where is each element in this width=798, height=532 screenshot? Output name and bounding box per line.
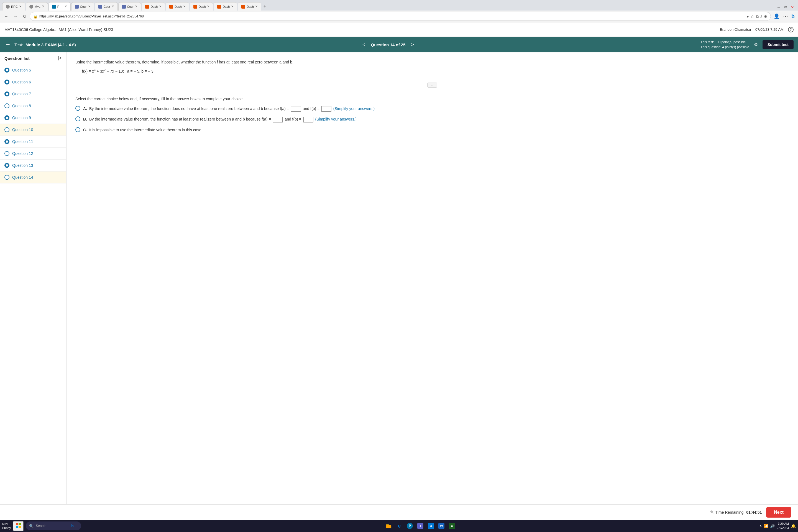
taskbar-pearson[interactable]: P [406,522,414,530]
notification-icon[interactable]: 🔔 [791,524,796,528]
choice-b-fa-input[interactable] [273,117,283,122]
choice-b-key: B. [83,117,87,121]
tab-pearson-active[interactable]: P ✕ [49,2,71,11]
next-button[interactable]: Next [766,507,791,518]
collapse-sidebar-button[interactable]: |< [58,56,62,61]
prev-question-button[interactable]: < [360,41,368,49]
tab-dash1[interactable]: Dash ✕ [141,2,165,11]
choice-a-radio[interactable] [75,106,80,111]
sidebar-item-q5[interactable]: Question 5 [0,64,66,76]
q12-radio [4,151,10,156]
taskbar-excel[interactable]: X [448,522,456,530]
choice-a-fa-input[interactable] [291,106,301,112]
choice-b-fb-input[interactable] [303,117,314,122]
taskbar-search-input[interactable] [36,524,69,528]
edge-icon[interactable]: b [790,12,796,21]
tab-close[interactable]: ✕ [159,5,162,8]
sidebar-item-q14[interactable]: Question 14 [0,172,66,184]
tab-favicon [75,5,79,8]
tab-dash2[interactable]: Dash ✕ [166,2,189,11]
sidebar-item-q7[interactable]: Question 7 [0,88,66,100]
address-bar-row: ← → ↻ 🔒 ▸ ☆ ⧉ ⤴ ⊕ 👤 ⋯ b [0,11,798,22]
divider2 [75,92,789,92]
svg-rect-3 [19,526,21,528]
sidebar-item-q8[interactable]: Question 8 [0,100,66,112]
network-icon[interactable]: 📶 [764,524,768,528]
taskbar-file-explorer[interactable] [385,522,393,530]
help-button[interactable]: ? [788,27,794,33]
volume-icon[interactable]: 🔊 [770,524,775,528]
taskbar-edge[interactable]: e [395,522,403,530]
q7-radio [4,92,10,96]
divider [75,78,789,78]
read-aloud-icon[interactable]: ▸ [747,14,749,19]
tab-close-active[interactable]: ✕ [64,5,67,8]
tab-myl[interactable]: MyL ✕ [26,2,48,11]
more-options-icon[interactable]: ⋯ [782,12,789,20]
sidebar-item-q6[interactable]: Question 6 [0,76,66,88]
forward-button[interactable]: → [12,13,19,20]
windows-start-button[interactable] [13,521,23,531]
tab-close[interactable]: ✕ [19,5,22,8]
taskbar: 60°F Sunny 🔍 b e P T [0,520,798,532]
expand-toggle-button[interactable]: ··· [427,82,437,88]
taskbar-word[interactable]: W [438,522,445,530]
settings-gear-button[interactable]: ⚙ [753,40,759,49]
sidebar-item-q13[interactable]: Question 13 [0,159,66,172]
hamburger-menu[interactable]: ☰ [4,40,11,49]
address-input[interactable] [39,14,745,18]
chevron-up-icon[interactable]: ∧ [759,524,762,528]
q11-label: Question 11 [12,139,33,144]
restore-button[interactable]: ⧉ [782,4,788,11]
taskbar-search[interactable]: 🔍 b [26,521,81,530]
q12-label: Question 12 [12,151,33,156]
tab-close[interactable]: ✕ [42,5,44,8]
sidebar-item-q11[interactable]: Question 11 [0,136,66,148]
clock-display[interactable]: 7:29 AM 7/9/2023 [777,522,789,530]
sidebar-item-q10[interactable]: Question 10 [0,124,66,136]
back-button[interactable]: ← [2,13,10,20]
choice-a-text-middle: and f(b) = [303,107,320,111]
tab-cour2[interactable]: Cour ✕ [95,2,118,11]
q13-label: Question 13 [12,163,33,168]
address-bar[interactable]: 🔒 ▸ ☆ ⧉ ⤴ ⊕ [30,12,771,21]
tab-close[interactable]: ✕ [255,5,258,8]
tab-label: RRC [11,5,18,8]
tab-close[interactable]: ✕ [207,5,209,8]
star-icon[interactable]: ☆ [750,14,754,19]
choice-c-radio[interactable] [75,127,80,132]
tab-dash4[interactable]: Dash ✕ [214,2,237,11]
tab-cour1[interactable]: Cour ✕ [71,2,94,11]
sidebar-item-q9[interactable]: Question 9 [0,112,66,124]
profile-icon[interactable]: 👤 [773,12,781,20]
tab-favicon [193,5,197,8]
submit-test-button[interactable]: Submit test [762,40,794,49]
tab-dash3[interactable]: Dash ✕ [190,2,213,11]
taskbar-teams[interactable]: T [416,522,424,530]
sidebar-item-q12[interactable]: Question 12 [0,148,66,159]
taskbar-outlook[interactable]: O [427,522,435,530]
tab-cour3[interactable]: Cour ✕ [118,2,141,11]
tab-close[interactable]: ✕ [112,5,114,8]
minimize-button[interactable]: ─ [776,4,782,11]
tab-close[interactable]: ✕ [231,5,233,8]
tab-dash5[interactable]: Dash ✕ [238,2,261,11]
refresh-button[interactable]: ↻ [21,13,28,20]
tab-close[interactable]: ✕ [88,5,91,8]
tab-close[interactable]: ✕ [135,5,137,8]
tab-rrc[interactable]: RRC ✕ [2,2,25,11]
tab-search-icon[interactable]: ⧉ [756,14,759,19]
tab-label: Dash [174,5,182,8]
taskbar-center-icons: e P T O W X [83,522,757,530]
new-tab-button[interactable]: + [262,2,268,11]
choice-a-simplify[interactable]: (Simplify your answers.) [333,107,375,111]
tab-close[interactable]: ✕ [183,5,186,8]
next-question-button[interactable]: > [409,41,416,49]
share-icon[interactable]: ⤴ [760,14,762,19]
choice-b-radio[interactable] [75,116,80,121]
choice-b-simplify[interactable]: (Simplify your answers.) [315,117,356,121]
choice-a-fb-input[interactable] [321,106,331,112]
extension-icon[interactable]: ⊕ [764,14,767,19]
sidebar-title: Question list [4,56,30,61]
close-button[interactable]: ✕ [789,4,796,11]
